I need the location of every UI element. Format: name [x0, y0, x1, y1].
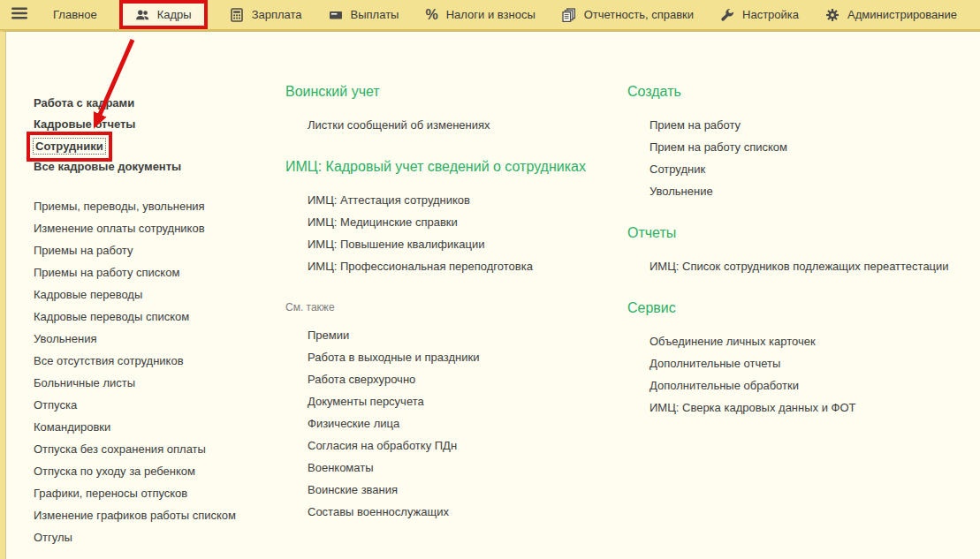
hamburger-icon [11, 7, 27, 22]
section-title: См. также [285, 301, 623, 314]
menu-item-label: Кадры [157, 8, 192, 21]
command-link[interactable]: Работа с кадрами [34, 96, 134, 110]
command-link[interactable]: Кадровые переводы списком [34, 310, 189, 323]
menu-item-label: Выплаты [351, 8, 399, 21]
section-title: Отчеты [627, 224, 980, 242]
menu-item-label: Главное [53, 8, 97, 21]
menu-item-label: Зарплата [252, 8, 302, 21]
command-link[interactable]: Больничные листы [34, 376, 135, 389]
command-link[interactable]: Приемы, переводы, увольнения [34, 200, 205, 213]
wrench-icon [720, 8, 734, 22]
command-link[interactable]: Дополнительные обработки [650, 379, 799, 392]
command-link[interactable]: Работа в выходные и праздники [308, 351, 479, 364]
command-link[interactable]: Увольнения [34, 332, 96, 345]
column-right: СоздатьПрием на работуПрием на работу сп… [627, 83, 980, 419]
command-link[interactable]: Дополнительные отчеты [650, 357, 780, 370]
command-link[interactable]: Отгулы [34, 531, 72, 544]
column-left: Работа с кадрамиКадровые отчетыСотрудник… [34, 93, 283, 548]
top-menu-bar: ГлавноеКадрыЗарплатаВыплаты%Налоги и взн… [0, 0, 980, 31]
command-link[interactable]: Объединение личных карточек [650, 335, 816, 348]
tab-vyplaty[interactable]: Выплаты [315, 0, 413, 29]
command-link[interactable]: ИМЦ: Список сотрудников подлежащих переа… [650, 260, 949, 273]
tab-otchetnost-spravki[interactable]: Отчетность, справки [549, 0, 707, 29]
command-link[interactable]: ИМЦ: Повышение квалификации [308, 238, 484, 251]
command-link[interactable]: Сотрудник [650, 162, 705, 176]
tab-nalogi-i-vznosy[interactable]: %Налоги и взносы [412, 0, 548, 29]
payments-icon [329, 8, 343, 22]
command-link[interactable]: Изменение оплаты сотрудников [34, 222, 205, 235]
panel-edge [5, 32, 6, 559]
tab-administrirovanie[interactable]: Администрирование [812, 0, 970, 29]
tab-nastroyka[interactable]: Настройка [707, 0, 812, 29]
command-link[interactable]: Военкоматы [308, 461, 374, 474]
command-link[interactable]: Приемы на работу списком [34, 266, 179, 279]
command-link[interactable]: Документы персучета [308, 395, 424, 408]
command-link[interactable]: Физические лица [308, 417, 399, 430]
command-link[interactable]: Увольнение [650, 185, 713, 198]
command-link-sotrudniki[interactable]: Сотрудники [35, 140, 103, 153]
command-link[interactable]: Премии [308, 329, 349, 342]
gear-icon [825, 8, 839, 22]
menu-item-label: Настройка [742, 8, 799, 21]
command-link[interactable]: Приемы на работу [34, 244, 133, 257]
section-title: Создать [627, 83, 980, 101]
command-link[interactable]: Кадровые отчеты [34, 117, 135, 131]
command-link[interactable]: ИМЦ: Профессиональная переподготовка [308, 260, 533, 273]
command-link[interactable]: Все кадровые документы [34, 160, 181, 173]
tab-kadry[interactable]: Кадры [119, 0, 208, 29]
command-link[interactable]: Отпуска по уходу за ребенком [34, 465, 195, 478]
calculator-icon [230, 8, 244, 22]
command-link[interactable]: Графики, переносы отпусков [34, 487, 187, 500]
section-panel-kadry: Работа с кадрамиКадровые отчетыСотрудник… [0, 31, 980, 559]
people-icon [135, 8, 149, 22]
menu-item-label: Отчетность, справки [584, 8, 694, 21]
main-menu-button[interactable] [0, 0, 40, 29]
menu-item-label: Администрирование [847, 8, 957, 21]
command-link[interactable]: ИМЦ: Аттестация сотрудников [308, 193, 470, 207]
percent-icon: % [425, 8, 437, 22]
command-link[interactable]: Командировки [34, 420, 110, 434]
command-link[interactable]: Прием на работу [650, 118, 741, 132]
command-link[interactable]: Согласия на обработку ПДн [308, 439, 457, 452]
command-link[interactable]: Работа сверхурочно [308, 373, 415, 386]
menu-item-label: Налоги и взносы [446, 8, 536, 21]
command-link[interactable]: Прием на работу списком [650, 140, 787, 154]
focus-outline: Сотрудники [33, 138, 106, 155]
column-middle: Воинский учетЛистки сообщений об изменен… [285, 83, 623, 523]
command-link[interactable]: Листки сообщений об изменениях [308, 118, 490, 132]
command-link[interactable]: Кадровые переводы [34, 288, 142, 301]
command-link[interactable]: ИМЦ: Сверка кадровых данных и ФОТ [650, 401, 856, 414]
reports-icon [562, 8, 576, 22]
command-link[interactable]: Изменение графиков работы списком [34, 509, 236, 522]
command-link[interactable]: Все отсутствия сотрудников [34, 354, 184, 367]
tab-zarplata[interactable]: Зарплата [217, 0, 315, 29]
command-link[interactable]: Отпуска [34, 398, 77, 412]
command-link[interactable]: Воинские звания [308, 483, 398, 496]
section-title: Воинский учет [285, 83, 623, 101]
command-link[interactable]: Составы военнослужащих [308, 505, 449, 518]
section-title: Сервис [627, 299, 980, 317]
section-title: ИМЦ: Кадровый учет сведений о сотрудника… [285, 158, 623, 176]
command-link[interactable]: Отпуска без сохранения оплаты [34, 442, 206, 456]
command-link[interactable]: ИМЦ: Медицинские справки [308, 215, 458, 229]
tab-glavnoe[interactable]: Главное [40, 0, 110, 29]
